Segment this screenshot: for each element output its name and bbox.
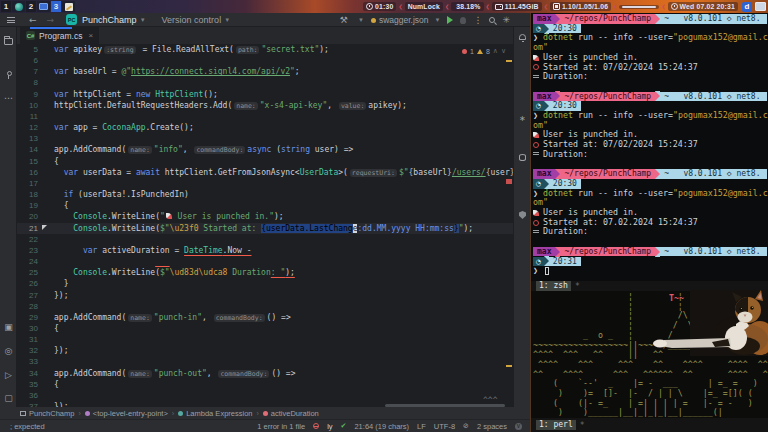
status-item: 1.10/1.05/1.06	[550, 2, 611, 11]
gutter-number: 21	[17, 223, 38, 234]
prompt-user: max	[533, 92, 555, 102]
rocket-icon	[533, 55, 539, 61]
terminal-window-top[interactable]: max~/repos/PunchChamp~ v8.0.101 ◇ net8.◔…	[530, 13, 768, 291]
problems-tool-icon[interactable]: ▢	[3, 393, 14, 403]
run-button[interactable]	[447, 16, 453, 24]
gutter-number: 27	[17, 290, 38, 301]
vim-mode-icon[interactable]: V	[515, 423, 522, 430]
ai-assistant-icon[interactable]: ∗	[519, 114, 526, 123]
gutter-number: 31	[17, 334, 38, 345]
encoding[interactable]: UTF-8	[434, 422, 455, 431]
run-config-selector[interactable]: swagger.json ▼	[371, 15, 441, 25]
terminal-row: max~/repos/PunchChamp~ v8.0.101 ◇ net8.	[533, 247, 767, 257]
project-explorer-icon[interactable]	[4, 38, 13, 45]
clock-icon	[671, 3, 678, 10]
globe-icon[interactable]	[12, 1, 25, 12]
right-tool-stripe: ∗	[513, 27, 530, 407]
cpu-icon	[553, 3, 560, 10]
gutter-number: 17	[17, 178, 38, 189]
project-selector[interactable]: PunchChamp	[82, 15, 137, 25]
breadcrumb-item[interactable]: Lambda Expression	[178, 409, 252, 418]
database-icon[interactable]	[519, 154, 526, 161]
code-line: app.AddCommand(name:"punch-out", command…	[54, 368, 296, 379]
menu-icon[interactable]	[7, 17, 15, 23]
readonly-icon[interactable]: ⊘	[463, 422, 469, 430]
code-line: var apikey:string = File.ReadAllText(pat…	[54, 44, 329, 55]
tray-app-icon[interactable]: d	[742, 2, 752, 12]
status-item: NumLock	[405, 2, 443, 11]
terminal-row: ❯	[533, 266, 767, 276]
tab-program-cs[interactable]: C# Program.cs ×	[20, 27, 99, 44]
breadcrumb-item[interactable]: PunchChamp	[20, 409, 74, 418]
indent-setting[interactable]: 2 spaces	[477, 422, 507, 431]
tmux-window-label[interactable]: 1: perl	[536, 420, 576, 430]
code-line: app.AddCommand(name:"punch-in", commandB…	[54, 312, 291, 323]
editor-icon[interactable]	[62, 1, 75, 12]
alarm-clock-icon	[533, 220, 539, 226]
inspections-widget[interactable]: 1 8 ∧∨	[462, 47, 506, 55]
debug-button[interactable]	[460, 17, 466, 24]
warning-badge-icon	[477, 49, 483, 54]
prompt-env: ~ v8.0.101 ◇ net8.	[660, 14, 767, 24]
ascii-art-row: ) )______|__|_|_|_|__|______(|	[533, 408, 767, 418]
code-line: var app = CoconaApp.Create();	[54, 122, 194, 133]
notifications-icon[interactable]	[519, 34, 526, 40]
gutter-number: 22	[17, 234, 38, 245]
settings-icon[interactable]: ✳	[502, 15, 510, 25]
code-line: {	[54, 379, 59, 390]
terminal-window-bottom[interactable]: ¦ ¦ ¦ ¦ ¦ /\ ¦ / \ _ o _ ¦ / \~~~~~~~~~~…	[530, 291, 768, 432]
code-editor[interactable]: var apikey:string = File.ReadAllText(pat…	[17, 44, 513, 407]
rocket-icon	[533, 210, 539, 216]
vcs-selector[interactable]: Version control	[162, 15, 222, 25]
chevron-down-icon: ▼	[435, 17, 441, 23]
prompt-user: max	[533, 14, 555, 24]
commit-icon[interactable]	[5, 71, 12, 78]
code-line: var baseUrl = @"https://connect.signl4.c…	[54, 66, 300, 77]
workspace-1[interactable]: 1	[1, 1, 11, 12]
gutter-number: 7	[17, 66, 38, 77]
breadcrumb-item[interactable]: activeDuration	[263, 409, 319, 418]
forward-icon[interactable]: →	[47, 15, 55, 25]
build-icon[interactable]: ⚒	[340, 15, 348, 25]
back-icon[interactable]: ←	[29, 15, 37, 25]
code-line: });	[54, 290, 68, 301]
scrollbar-error-mark	[506, 179, 512, 184]
build-tool-icon[interactable]: ▣	[3, 322, 14, 332]
terminal-row: ❯ dotnet run -- info --user="pogumax152@…	[533, 33, 767, 43]
search-icon[interactable]	[489, 17, 495, 23]
breadcrumb-item[interactable]: <top-level-entry-point>	[85, 409, 168, 418]
error-summary[interactable]: 1 error in 1 file	[257, 422, 305, 431]
prompt-env: ~ v8.0.101 ◇ net8.	[660, 247, 767, 257]
caret-position[interactable]: 21:64 (19 chars)	[354, 422, 409, 431]
close-icon[interactable]: ×	[88, 31, 93, 40]
workspace-2[interactable]: 2	[26, 1, 36, 12]
workspace-switcher: 123	[1, 1, 75, 12]
run-tool-icon[interactable]: ▷	[3, 370, 14, 380]
gutter-number: 18	[17, 189, 38, 200]
dash-icon	[533, 230, 539, 235]
terminal-row	[533, 160, 767, 170]
debug-tool-icon[interactable]: ◎	[3, 346, 14, 356]
highlight-level-icon[interactable]	[313, 423, 319, 429]
gutter-number: 8	[17, 77, 38, 88]
more-tools-icon[interactable]: ⋯	[3, 93, 14, 103]
layout-indicator[interactable]: ly	[327, 422, 332, 431]
workspace-3[interactable]: 3	[51, 1, 61, 12]
display-tray-icon[interactable]	[755, 2, 766, 11]
tmux-window-label[interactable]: 1: zsh	[536, 281, 571, 291]
gutter-number: 20	[17, 211, 38, 222]
prompt-env: ~ v8.0.101 ◇ net8.	[660, 169, 767, 179]
security-icon[interactable]	[519, 211, 526, 219]
gutter-number: 12	[17, 122, 38, 133]
rocket-icon	[166, 213, 172, 219]
entry-icon	[85, 411, 90, 416]
slider-icon	[622, 6, 656, 8]
more-icon[interactable]: ⋮	[473, 15, 482, 25]
line-ending[interactable]: LF	[417, 422, 426, 431]
cat-photo	[684, 290, 768, 358]
prompt-path: ~/repos/PunchChamp	[560, 92, 655, 102]
gutter-number: 35	[17, 379, 38, 390]
code-line: var userData = await httpClient.GetFromJ…	[54, 167, 513, 178]
monitor-icon[interactable]	[37, 1, 50, 12]
system-tray: d	[742, 1, 766, 12]
